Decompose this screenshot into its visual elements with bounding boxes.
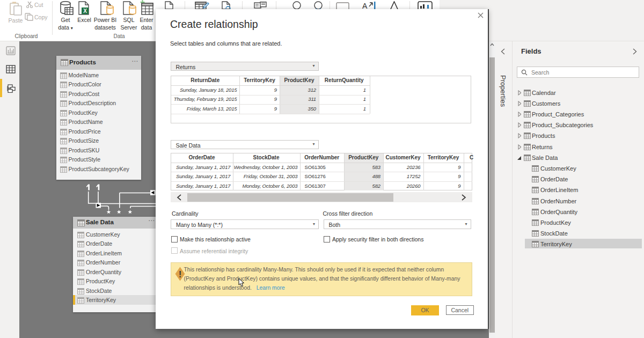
svg-text:X: X [83,8,87,14]
svg-text:A: A [362,2,368,9]
svg-text:!: ! [178,269,181,280]
